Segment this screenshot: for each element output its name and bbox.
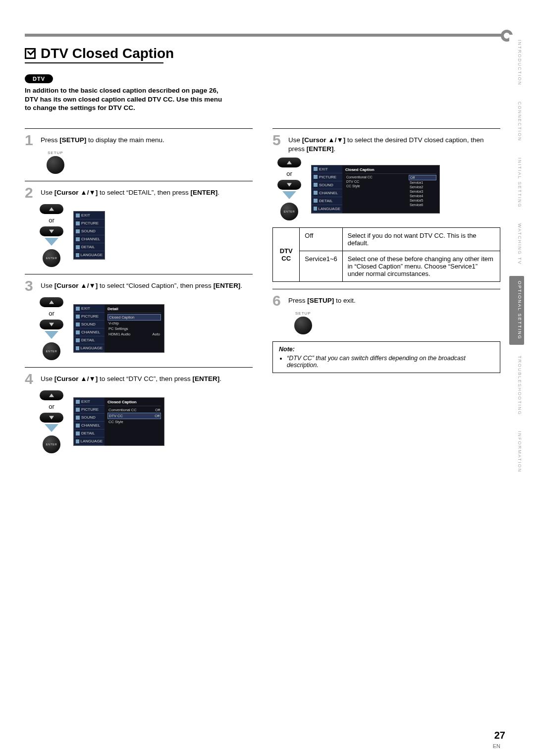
osd-menu-step3: EXIT PICTURE SOUND CHANNEL DETAIL LANGUA… [73,304,164,353]
dtv-badge: DTV [25,74,53,83]
page-lang: EN [493,743,500,749]
triangle-down-icon [45,424,58,432]
setup-button-icon [294,317,312,334]
or-label: or [286,170,292,177]
side-tab-watching-tv: WATCHING TV [509,218,524,270]
remote-cursor-cluster: or ENTER [277,158,301,220]
enter-button-icon: ENTER [280,203,298,220]
step-number: 3 [25,278,36,293]
table-cell-desc: Select one of these before changing any … [342,251,500,282]
or-label: or [49,403,54,410]
side-tab-introduction: INTRODUCTION [509,35,524,91]
cursor-down-icon [40,320,63,329]
remote-cursor-cluster: or ENTER [40,204,63,267]
osd-menu-step2: EXIT PICTURE SOUND CHANNEL DETAIL LANGUA… [73,211,105,260]
osd-menu-step5: EXIT PICTURE SOUND CHANNEL DETAIL LANGUA… [311,165,440,214]
triangle-down-icon [45,238,58,246]
side-tab-optional-setting: OPTIONAL SETTING [509,276,524,345]
table-cell-desc: Select if you do not want DTV CC. This i… [342,228,500,251]
step-4: 4 Use [Cursor ▲/▼] to select “DTV CC”, t… [25,372,253,386]
remote-cursor-cluster: or ENTER [40,297,63,360]
table-cell-option: Off [300,228,342,251]
step-3: 3 Use [Cursor ▲/▼] to select “Closed Cap… [25,278,253,293]
note-title: Note: [279,346,494,353]
step-number: 1 [25,133,36,148]
step-number: 4 [25,372,36,386]
cursor-up-icon [277,158,301,167]
page-number: 27 [494,730,505,741]
side-tab-list: INTRODUCTION CONNECTION INITIAL SETTING … [509,35,524,478]
side-tab-initial-setting: INITIAL SETTING [509,153,524,213]
cursor-up-icon [40,390,63,400]
triangle-down-icon [45,331,58,339]
step-2: 2 Use [Cursor ▲/▼] to select “DETAIL”, t… [25,185,253,200]
enter-button-icon: ENTER [43,342,60,360]
osd-menu-step4: EXIT PICTURE SOUND CHANNEL DETAIL LANGUA… [73,397,164,446]
step-number: 2 [25,185,36,200]
checkbox-icon [25,48,36,59]
cursor-down-icon [277,180,301,190]
setup-label: SETUP [48,151,253,155]
intro-text: In addition to the basic closed caption … [25,86,223,112]
remote-cursor-cluster: or ENTER [40,390,63,453]
note-item: “DTV CC” that you can switch differs dep… [287,355,494,369]
page-title: DTV Closed Caption [41,46,174,61]
side-tab-connection: CONNECTION [509,97,524,147]
dtv-cc-table: DTV CC Off Select if you do not want DTV… [272,227,500,282]
cursor-up-icon [40,204,63,214]
cursor-down-icon [40,226,63,236]
step-number: 5 [272,133,283,154]
setup-button-icon [47,156,64,174]
enter-button-icon: ENTER [43,249,60,267]
table-cell-option: Service1~6 [300,251,342,282]
or-label: or [49,310,54,317]
cursor-up-icon [40,297,63,307]
step-1: 1 Press [SETUP] to display the main menu… [25,133,253,148]
side-tab-troubleshooting: TROUBLESHOOTING [509,351,524,421]
triangle-down-icon [282,191,296,199]
step-number: 6 [272,293,283,308]
setup-label: SETUP [295,311,500,316]
table-header: DTV CC [273,228,300,282]
note-box: Note: “DTV CC” that you can switch diffe… [272,341,500,373]
or-label: or [49,216,54,224]
cursor-down-icon [40,413,63,423]
title-underline [25,62,163,63]
page-title-row: DTV Closed Caption [25,46,500,61]
enter-button-icon: ENTER [43,435,60,453]
side-tab-information: INFORMATION [509,426,524,478]
step-6: 6 Press [SETUP] to exit. [272,293,500,308]
step-5: 5 Use [Cursor ▲/▼] to select the desired… [272,133,500,154]
